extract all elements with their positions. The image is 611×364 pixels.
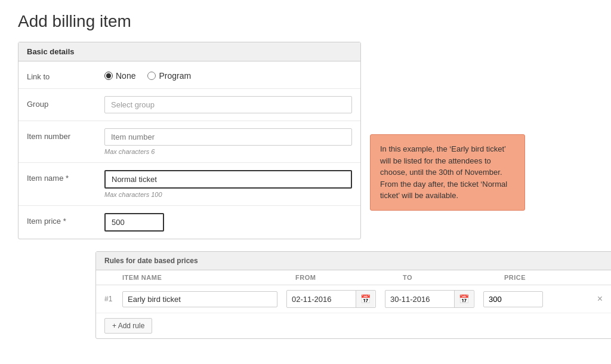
rule-num-1: #1: [104, 295, 122, 303]
item-name-hint: Max characters 100: [104, 191, 352, 198]
rule-to-calendar-icon-1[interactable]: 📅: [454, 291, 473, 307]
rule-name-input-1[interactable]: [122, 291, 277, 307]
link-to-label: Link to: [27, 69, 104, 81]
col-from-header: FROM: [295, 274, 403, 281]
rule-close-btn-1[interactable]: ×: [594, 294, 606, 304]
rules-column-headers: ITEM NAME FROM TO PRICE: [96, 270, 611, 285]
rule-from-input-1[interactable]: [287, 292, 356, 307]
rule-from-group-1: 📅: [286, 290, 376, 308]
item-number-row: Item number Max characters 6: [18, 121, 360, 163]
group-row: Group Select group: [18, 89, 360, 121]
tooltip-box: In this example, the ‘Early bird ticket’…: [370, 134, 525, 211]
radio-none-input[interactable]: [104, 72, 113, 80]
tooltip-text: In this example, the ‘Early bird ticket’…: [380, 144, 507, 200]
col-item-name-header: ITEM NAME: [122, 274, 289, 281]
add-rule-button[interactable]: + Add rule: [104, 318, 152, 334]
rule-price-input-1[interactable]: [483, 291, 543, 307]
rule-to-input-1[interactable]: [385, 292, 454, 307]
radio-none-label: None: [116, 71, 135, 81]
rule-from-calendar-icon-1[interactable]: 📅: [356, 291, 375, 307]
basic-details-section: Basic details Link to None Program: [18, 42, 361, 239]
item-price-label: Item price *: [27, 213, 104, 226]
link-to-row: Link to None Program: [18, 61, 360, 89]
col-to-header: TO: [403, 274, 504, 281]
col-price-header: PRICE: [504, 274, 606, 281]
rule-row-1: #1 📅 📅 ×: [96, 285, 611, 313]
item-name-label: Item name *: [27, 170, 104, 183]
section-title: Basic details: [18, 42, 360, 61]
rules-section: Rules for date based prices ITEM NAME FR…: [95, 251, 611, 339]
item-price-input[interactable]: [104, 213, 164, 232]
radio-program-input[interactable]: [147, 72, 156, 80]
page-title: Add billing item: [18, 12, 593, 31]
item-number-label: Item number: [27, 128, 104, 141]
link-to-radio-group: None Program: [104, 69, 352, 81]
rules-title: Rules for date based prices: [96, 252, 611, 270]
item-name-input[interactable]: [104, 170, 352, 189]
radio-program[interactable]: Program: [147, 71, 191, 81]
group-select[interactable]: Select group: [104, 96, 352, 113]
item-price-row: Item price *: [18, 206, 360, 239]
item-number-input[interactable]: [104, 128, 352, 146]
radio-program-label: Program: [159, 71, 191, 81]
radio-none[interactable]: None: [104, 71, 135, 81]
item-number-hint: Max characters 6: [104, 148, 352, 155]
group-label: Group: [27, 96, 104, 109]
item-name-row: Item name * Max characters 100: [18, 163, 360, 206]
rule-to-group-1: 📅: [385, 290, 474, 308]
